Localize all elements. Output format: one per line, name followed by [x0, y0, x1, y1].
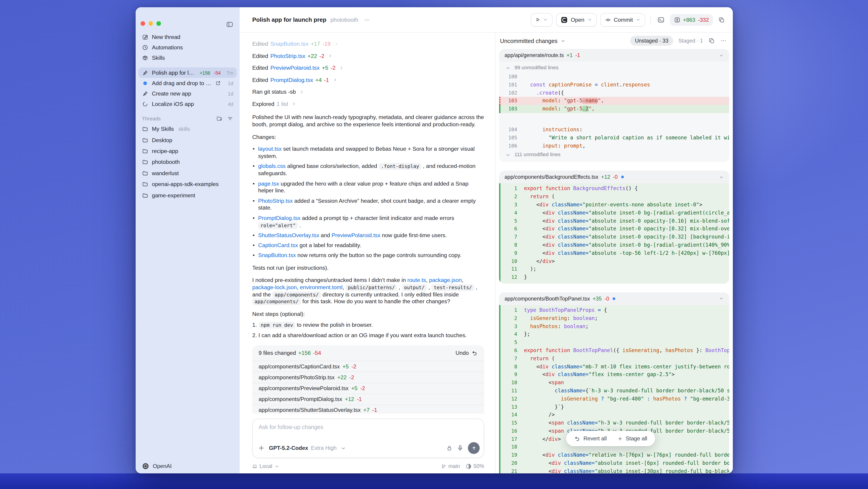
- collapse-chevron-icon[interactable]: [719, 175, 724, 180]
- folder-item[interactable]: photobooth: [138, 156, 237, 168]
- changes-dropdown[interactable]: Uncommitted changes: [500, 37, 558, 44]
- file-link[interactable]: PhotoStrip.tsx: [270, 53, 305, 59]
- filter-icon[interactable]: [227, 115, 233, 122]
- removed-count: -2: [351, 363, 356, 370]
- staged-tab[interactable]: Staged · 1: [678, 37, 703, 44]
- terminal-button[interactable]: [655, 13, 666, 26]
- diff-card-header[interactable]: app/api/generate/route.ts+1-1: [499, 49, 729, 62]
- mic-button[interactable]: [457, 444, 464, 452]
- copy-button[interactable]: [717, 13, 726, 26]
- unstaged-tab[interactable]: Unstaged · 33: [630, 36, 673, 46]
- thread-item[interactable]: Create new app1d: [138, 88, 237, 99]
- line-number: 14: [499, 411, 524, 419]
- file-link[interactable]: PreviewPolaroid.tsx: [270, 65, 320, 71]
- minimize-button[interactable]: [149, 21, 153, 26]
- followup-input[interactable]: Ask for follow-up changes: [258, 424, 323, 430]
- changed-file-row[interactable]: app/components/PromptDialog.tsx+12-1: [252, 394, 484, 404]
- attach-button[interactable]: [258, 444, 265, 452]
- unmodified-lines-toggle[interactable]: 111 unmodified lines: [499, 150, 729, 160]
- line-number: 12: [499, 274, 524, 282]
- changes-chevron-icon[interactable]: [561, 38, 566, 43]
- thread-menu-button[interactable]: [364, 17, 370, 23]
- account-item[interactable]: OpenAI: [142, 462, 172, 470]
- folder-item-label: game-experiment: [152, 192, 195, 198]
- open-button[interactable]: Open: [556, 13, 596, 27]
- thread-item[interactable]: Polish app for launch prep+156-547m: [138, 67, 237, 78]
- more-icon[interactable]: [720, 37, 726, 44]
- sidebar-item-automations[interactable]: Automations: [138, 42, 237, 53]
- run-button[interactable]: [531, 13, 553, 27]
- file-link[interactable]: environment.toml: [300, 284, 343, 291]
- file-link[interactable]: route.ts: [407, 277, 426, 283]
- close-button[interactable]: [141, 21, 145, 26]
- changed-file-row[interactable]: app/components/PhotoStrip.tsx+22-2: [252, 372, 484, 383]
- timeline-item[interactable]: EditedPhotoStrip.tsx+22-2: [252, 50, 484, 62]
- text: ,: [426, 277, 429, 283]
- diff-card-header[interactable]: app/components/BoothTopPanel.tsx+35-0: [499, 292, 729, 305]
- removed-count: -2: [319, 53, 324, 59]
- zoom-button[interactable]: [156, 21, 161, 26]
- code-line: 106 input: prompt,: [499, 142, 729, 150]
- file-link[interactable]: layout.tsx: [258, 146, 282, 152]
- sidebar-item-skills[interactable]: Skills: [138, 53, 237, 63]
- copy-diff-icon[interactable]: [708, 37, 715, 44]
- folder-item[interactable]: game-experiment: [138, 190, 237, 201]
- timeline-item[interactable]: Explored 1 list: [252, 98, 484, 110]
- revert-all-button[interactable]: Revert all: [569, 435, 611, 442]
- code-line: 102 .create({: [499, 89, 729, 97]
- folder-item[interactable]: My Skillsskills: [138, 123, 237, 135]
- collapse-chevron-icon[interactable]: [719, 53, 724, 58]
- timeline-item[interactable]: Ran git status -sb: [252, 86, 484, 98]
- file-link[interactable]: SnapButton.tsx: [270, 41, 308, 47]
- file-link[interactable]: SnapButton.tsx: [258, 252, 296, 259]
- chevron-right-icon: [333, 78, 338, 83]
- added-count: +12: [601, 174, 610, 180]
- file-link[interactable]: PreviewPolaroid.tsx: [332, 232, 380, 238]
- thread-item[interactable]: Add drag and drop to gallery phot...1d: [138, 78, 237, 88]
- pop-out-icon[interactable]: [216, 81, 221, 86]
- undo-button[interactable]: Undo: [456, 350, 478, 356]
- code-line: 8 <div className="mb-7 mt-10 flex items-…: [499, 363, 729, 371]
- file-link[interactable]: globals.css: [258, 163, 286, 170]
- timeline-item[interactable]: EditedPreviewPolaroid.tsx+5-2: [252, 62, 484, 74]
- sidebar-item-new-thread[interactable]: New thread: [138, 32, 237, 42]
- file-link[interactable]: ShutterStatusOverlay.tsx: [258, 232, 319, 238]
- diff-stats-badge[interactable]: +863 -332: [670, 14, 713, 26]
- inline-code: app/components/: [272, 291, 321, 298]
- lock-icon[interactable]: [446, 445, 453, 451]
- model-selector[interactable]: GPT-5.2-Codex: [269, 445, 308, 451]
- diff-card-header[interactable]: app/components/BackgroundEffects.tsx+12-…: [499, 171, 729, 183]
- file-link[interactable]: package.json: [429, 277, 462, 283]
- env-selector[interactable]: Local: [259, 463, 272, 469]
- new-folder-icon[interactable]: [216, 115, 222, 122]
- file-link[interactable]: PromptDialog.tsx: [258, 215, 301, 221]
- code-line: 7 <div className="absolute inset-0 opaci…: [499, 233, 729, 241]
- thread-item[interactable]: Localize iOS app4d: [138, 99, 237, 109]
- file-link[interactable]: page.tsx: [258, 180, 279, 187]
- changed-file-row[interactable]: app/components/ShutterStatusOverlay.tsx+…: [252, 405, 484, 414]
- changed-file-row[interactable]: app/components/PreviewPolaroid.tsx+5-2: [252, 383, 484, 394]
- code-content: <div className="relative h-[76px] w-[76p…: [524, 452, 729, 460]
- timeline-item[interactable]: EditedSnapButton.tsx+17-19: [252, 38, 484, 50]
- folder-item[interactable]: recipe-app: [138, 146, 237, 157]
- folder-item[interactable]: Desktop: [138, 135, 237, 146]
- timeline-item[interactable]: EditedPromptDialog.tsx+4-1: [252, 74, 484, 86]
- folder-item[interactable]: wanderlust: [138, 168, 237, 179]
- commit-button[interactable]: Commit: [600, 13, 645, 27]
- folder-icon: [142, 148, 148, 154]
- env-chevron-icon[interactable]: [274, 464, 279, 469]
- main-area: Polish app for launch prep photobooth Op…: [240, 7, 733, 473]
- unmodified-lines-toggle[interactable]: 99 unmodified lines: [499, 63, 729, 73]
- file-link[interactable]: PhotoStrip.tsx: [258, 198, 293, 204]
- send-button[interactable]: [468, 442, 480, 454]
- file-link[interactable]: CaptionCard.tsx: [258, 242, 298, 249]
- code-line: 9 <div className="absolute -top-56 left-…: [499, 249, 729, 258]
- model-chevron-icon[interactable]: [341, 445, 346, 451]
- file-link[interactable]: PromptDialog.tsx: [270, 77, 313, 83]
- changed-file-row[interactable]: app/components/CaptionCard.tsx+5-2: [252, 361, 484, 372]
- file-link[interactable]: package-lock.json: [252, 284, 297, 291]
- folder-item[interactable]: openai-apps-sdk-examples: [138, 179, 237, 190]
- collapse-chevron-icon[interactable]: [719, 296, 724, 301]
- sidebar-toggle-icon[interactable]: [226, 21, 233, 28]
- stage-all-button[interactable]: Stage all: [613, 435, 652, 442]
